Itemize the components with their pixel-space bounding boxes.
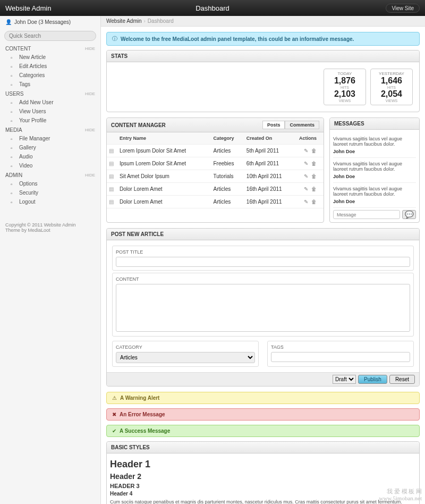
edit-icon[interactable]: ✎ xyxy=(304,161,308,166)
table-row: ▤Sit Amet Dolor IpsumTutorials10th April… xyxy=(107,170,324,183)
copyright: Copyright © 2011 Website Admin xyxy=(5,222,95,228)
error-icon: ✖ xyxy=(112,411,116,417)
nav-item[interactable]: ▫Tags xyxy=(0,80,100,89)
message-input[interactable] xyxy=(333,210,400,219)
stat-box: YESTERDAY1,646HITS2,054VIEWS xyxy=(370,69,413,105)
nav-item-icon: ▫ xyxy=(11,199,16,205)
post-category-label: CATEGORY xyxy=(116,345,255,352)
nav-item-icon: ▫ xyxy=(11,73,16,78)
tab-comments[interactable]: Comments xyxy=(285,121,319,129)
stats-title: STATS xyxy=(111,53,128,59)
doc-icon: ▤ xyxy=(109,186,114,192)
nav-item-icon: ▫ xyxy=(11,136,16,141)
nav-item[interactable]: ▫File Manager xyxy=(0,134,100,143)
sample-h1: Header 1 xyxy=(110,459,416,470)
nav-item[interactable]: ▫Audio xyxy=(0,152,100,161)
post-category-select[interactable]: Articles xyxy=(116,352,255,363)
doc-icon: ▤ xyxy=(109,148,114,154)
edit-icon[interactable]: ✎ xyxy=(304,199,308,205)
nav-item[interactable]: ▫Gallery xyxy=(0,143,100,152)
nav-item[interactable]: ▫Options xyxy=(0,179,100,188)
page-title: Dashboard xyxy=(196,4,230,12)
nav-item[interactable]: ▫New Article xyxy=(0,53,100,62)
nav-item[interactable]: ▫Your Profile xyxy=(0,116,100,125)
post-content-input[interactable] xyxy=(116,284,410,332)
nav-hide[interactable]: HIDE xyxy=(85,128,95,132)
app-title: Website Admin xyxy=(5,4,51,12)
post-tags-label: TAGS xyxy=(271,345,410,352)
user-info[interactable]: 👤 John Doe (3 Messages) xyxy=(0,16,100,28)
message-item: Vivamus sagittis lacus vel augue laoreet… xyxy=(333,183,416,208)
nav-item[interactable]: ▫Logout xyxy=(0,197,100,206)
breadcrumb-root[interactable]: Website Admin xyxy=(106,18,142,24)
delete-icon[interactable]: 🗑 xyxy=(311,173,317,179)
breadcrumb: Website Admin › Dashboard xyxy=(101,16,425,27)
nav-section-title: USERS xyxy=(5,91,23,97)
table-row: ▤Dolor Lorem AmetArticles16th April 2011… xyxy=(107,183,324,196)
tab-posts[interactable]: Posts xyxy=(262,121,285,129)
edit-icon[interactable]: ✎ xyxy=(304,186,308,192)
nav-hide[interactable]: HIDE xyxy=(85,91,95,96)
doc-icon: ▤ xyxy=(109,199,114,205)
table-row: ▤Ipsum Lorem Dolor Sit AmetFreebies6th A… xyxy=(107,157,324,170)
error-alert: ✖ An Error Message xyxy=(106,408,420,421)
content-table: Entry NameCategoryCreated OnActions▤Lore… xyxy=(107,132,324,208)
delete-icon[interactable]: 🗑 xyxy=(311,199,317,205)
edit-icon[interactable]: ✎ xyxy=(304,148,308,154)
nav-item-icon: ▫ xyxy=(11,163,16,169)
sample-h2: Header 2 xyxy=(110,472,416,481)
theme-credit: Theme by MediaLoot xyxy=(5,228,95,233)
user-icon: 👤 xyxy=(5,19,12,25)
post-title-label: POST TITLE xyxy=(116,249,410,257)
nav-hide[interactable]: HIDE xyxy=(85,46,95,51)
messages-title: MESSAGES xyxy=(334,121,364,127)
nav-item[interactable]: ▫Security xyxy=(0,188,100,197)
nav-item[interactable]: ▫Video xyxy=(0,161,100,170)
nav-section-title: MEDIA xyxy=(5,127,22,133)
styles-title: BASIC STYLES xyxy=(111,444,150,450)
delete-icon[interactable]: 🗑 xyxy=(311,186,317,192)
message-item: Vivamus sagittis lacus vel augue laoreet… xyxy=(333,158,416,183)
view-site-button[interactable]: View Site xyxy=(386,4,420,13)
post-content-label: CONTENT xyxy=(116,276,410,284)
nav-item-icon: ▫ xyxy=(11,190,16,196)
stats-panel: STATS TODAY1,876HITS2,103VIEWSYESTERDAY1… xyxy=(106,50,420,112)
sample-h4: Header 4 xyxy=(110,491,416,497)
warning-alert: ⚠ A Warning Alert xyxy=(106,392,420,404)
stat-box: TODAY1,876HITS2,103VIEWS xyxy=(324,69,366,105)
nav-section-title: ADMIN xyxy=(5,172,22,178)
nav-item[interactable]: ▫Categories xyxy=(0,71,100,80)
delete-icon[interactable]: 🗑 xyxy=(311,161,317,166)
send-button[interactable]: 💬 xyxy=(402,210,416,219)
publish-button[interactable]: Publish xyxy=(358,375,387,384)
sample-h3: HEADER 3 xyxy=(110,483,416,489)
breadcrumb-sep: › xyxy=(144,18,146,24)
nav-item[interactable]: ▫View Users xyxy=(0,107,100,116)
reset-button[interactable]: Reset xyxy=(389,375,415,384)
cm-title: CONTENT MANAGER xyxy=(111,122,166,128)
table-row: ▤Lorem Ipsum Dolor Sit AmetArticles5th A… xyxy=(107,145,324,157)
post-tags-input[interactable] xyxy=(271,352,410,362)
nav-section-title: CONTENT xyxy=(5,46,31,52)
nav-item-icon: ▫ xyxy=(11,109,16,114)
nav-hide[interactable]: HIDE xyxy=(85,173,95,178)
nav-item-icon: ▫ xyxy=(11,55,16,60)
message-item: Vivamus sagittis lacus vel augue laoreet… xyxy=(333,133,416,158)
search-input[interactable] xyxy=(4,31,96,41)
nav-item-icon: ▫ xyxy=(11,82,16,87)
doc-icon: ▤ xyxy=(109,161,114,166)
delete-icon[interactable]: 🗑 xyxy=(311,148,317,154)
nav-item-icon: ▫ xyxy=(11,100,16,105)
nav-item-icon: ▫ xyxy=(11,64,16,69)
user-label: John Doe (3 Messages) xyxy=(14,19,71,25)
nav-item[interactable]: ▫Add New User xyxy=(0,98,100,107)
sample-p1: Cum sociis natoque penatibus et magnis d… xyxy=(110,499,416,504)
warning-icon: ⚠ xyxy=(112,395,117,401)
nav-item-icon: ▫ xyxy=(11,181,16,187)
post-title-input[interactable] xyxy=(116,257,410,267)
draft-select[interactable]: Draft xyxy=(333,375,356,384)
nav-item[interactable]: ▫Edit Articles xyxy=(0,62,100,71)
doc-icon: ▤ xyxy=(109,173,114,179)
edit-icon[interactable]: ✎ xyxy=(304,173,308,179)
post-panel: POST NEW ARTICLE POST TITLE CONTENT CATE… xyxy=(106,228,420,387)
